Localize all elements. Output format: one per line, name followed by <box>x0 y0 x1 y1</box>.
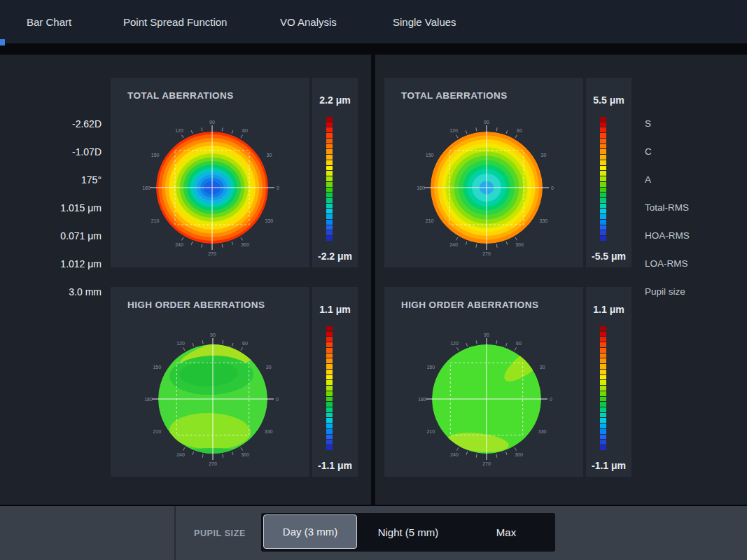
metric-value-pupil-size: 3.0 mm <box>0 278 102 306</box>
svg-text:300: 300 <box>515 242 524 247</box>
color-scale-segment <box>600 391 606 396</box>
colorbar-panel-left-hoa: 1.1 μm-1.1 μm <box>312 287 358 477</box>
color-scale-segment <box>600 358 606 363</box>
color-scale-segment <box>326 440 333 444</box>
svg-text:210: 210 <box>151 218 160 223</box>
color-scale-segment <box>600 435 606 440</box>
color-scale-segment <box>600 192 606 197</box>
svg-text:180: 180 <box>418 397 426 402</box>
color-scale-segment <box>326 370 333 374</box>
svg-text:150: 150 <box>426 153 434 158</box>
color-scale-segment <box>326 171 333 176</box>
color-scale-segment <box>326 230 333 235</box>
svg-text:240: 240 <box>449 242 458 247</box>
svg-text:0: 0 <box>277 186 279 190</box>
svg-text:0: 0 <box>551 186 554 190</box>
metric-label-a: A <box>645 166 743 194</box>
color-scale-segment <box>600 370 606 374</box>
footer-divider <box>174 506 176 560</box>
color-scale-segment <box>600 380 606 385</box>
tab-single-values[interactable]: Single Values <box>393 0 456 43</box>
svg-text:270: 270 <box>482 251 491 256</box>
svg-text:330: 330 <box>540 218 548 223</box>
pupil-option-max[interactable]: Max <box>457 513 555 552</box>
color-scale <box>326 117 333 241</box>
color-scale-segment <box>326 155 333 160</box>
svg-text:90: 90 <box>484 120 489 125</box>
svg-text:120: 120 <box>449 128 458 133</box>
scale-max-label: 1.1 μm <box>312 304 358 315</box>
color-scale-segment <box>600 188 606 192</box>
svg-text:150: 150 <box>426 365 435 370</box>
color-scale-segment <box>600 176 606 181</box>
svg-text:300: 300 <box>241 452 249 457</box>
svg-text:210: 210 <box>426 429 435 434</box>
colorbar-panel-right-hoa: 1.1 μm-1.1 μm <box>586 287 631 477</box>
metric-label-total-rms: Total-RMS <box>645 194 743 222</box>
color-scale-segment <box>600 418 606 423</box>
color-scale-segment <box>600 440 606 444</box>
color-scale-segment <box>326 358 333 363</box>
color-scale-segment <box>600 171 606 176</box>
svg-text:300: 300 <box>515 452 523 457</box>
color-scale-segment <box>600 204 606 209</box>
color-scale-segment <box>600 413 606 418</box>
color-scale-segment <box>600 354 606 358</box>
color-scale-segment <box>326 176 333 181</box>
color-scale-segment <box>326 198 333 203</box>
tab-vo-analysis[interactable]: VO Analysis <box>280 0 337 43</box>
color-scale-segment <box>600 236 606 241</box>
map-panel-left-hoa: 0306090120150180210240270300330HIGH ORDE… <box>111 287 309 477</box>
color-scale-segment <box>326 236 333 241</box>
color-scale-segment <box>326 149 333 154</box>
color-scale-segment <box>326 402 333 407</box>
color-scale-segment <box>326 160 333 165</box>
color-scale-segment <box>600 155 606 160</box>
aberration-map: 0306090120150180210240270300330 <box>384 287 583 477</box>
color-scale-segment <box>600 402 606 407</box>
svg-text:270: 270 <box>482 461 491 466</box>
svg-text:0: 0 <box>276 397 279 402</box>
color-scale-segment <box>326 127 333 132</box>
pupil-option-day[interactable]: Day (3 mm) <box>263 514 357 549</box>
color-scale-segment <box>600 127 606 132</box>
color-scale <box>600 117 606 241</box>
color-scale-segment <box>326 413 333 418</box>
color-scale-segment <box>326 429 333 434</box>
panel-title: HIGH ORDER ABERRATIONS <box>127 300 265 310</box>
scale-max-label: 1.1 μm <box>586 304 631 315</box>
svg-text:90: 90 <box>209 120 215 125</box>
metric-value-hoa-rms: 0.071 μm <box>0 222 102 250</box>
color-scale-segment <box>326 391 333 396</box>
color-scale-segment <box>600 332 606 337</box>
color-scale-segment <box>600 348 606 353</box>
tab-bar-chart[interactable]: Bar Chart <box>27 0 71 43</box>
tab-point-spread-function[interactable]: Point Spread Function <box>123 0 227 43</box>
color-scale-segment <box>600 122 606 127</box>
color-scale-segment <box>600 407 606 412</box>
pupil-option-night[interactable]: Night (5 mm) <box>359 513 457 552</box>
color-scale-segment <box>326 117 333 122</box>
nav-separator <box>0 43 747 55</box>
map-panel-left-total: 0306090120150180210240270300330TOTAL ABE… <box>111 78 309 267</box>
top-nav: Bar ChartPoint Spread FunctionVO Analysi… <box>0 0 747 43</box>
color-scale-segment <box>600 386 606 391</box>
color-scale-segment <box>326 332 333 337</box>
color-scale-segment <box>326 326 333 331</box>
svg-text:120: 120 <box>176 341 185 346</box>
color-scale-segment <box>600 166 606 171</box>
svg-text:30: 30 <box>540 365 545 370</box>
color-scale-segment <box>600 364 606 369</box>
color-scale <box>600 326 606 450</box>
color-scale-segment <box>600 198 606 203</box>
metric-value-loa-rms: 1.012 μm <box>0 250 102 278</box>
panel-title: TOTAL ABERRATIONS <box>401 90 508 101</box>
svg-text:60: 60 <box>516 341 522 346</box>
nav-active-indicator <box>0 39 5 46</box>
color-scale-segment <box>326 192 333 197</box>
color-scale-segment <box>326 407 333 412</box>
color-scale-segment <box>600 139 606 144</box>
svg-text:90: 90 <box>484 332 489 337</box>
color-scale-segment <box>326 435 333 440</box>
svg-text:120: 120 <box>450 341 459 346</box>
